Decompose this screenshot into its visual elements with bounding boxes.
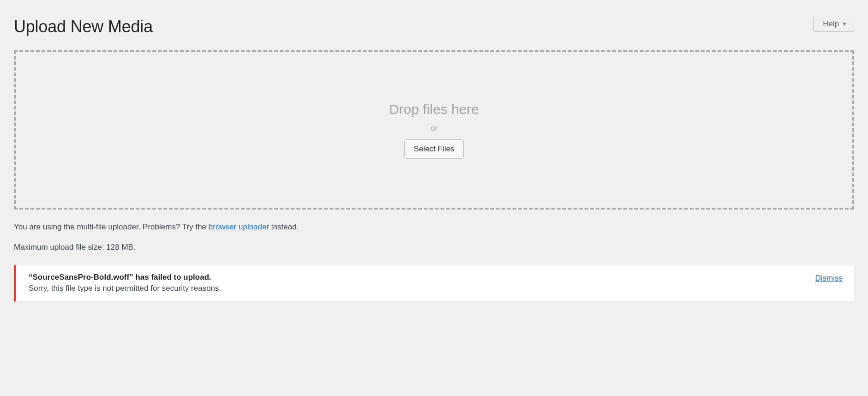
- uploader-info-prefix: You are using the multi-file uploader. P…: [14, 222, 209, 231]
- file-drop-zone[interactable]: Drop files here or Select Files: [14, 50, 854, 210]
- select-files-button[interactable]: Select Files: [404, 139, 464, 159]
- dropzone-heading: Drop files here: [389, 102, 479, 117]
- dropzone-or: or: [431, 124, 437, 133]
- screen-meta-links: Help ▼: [813, 17, 854, 32]
- upload-error-notice: “SourceSansPro-Bold.woff” has failed to …: [14, 265, 854, 302]
- uploader-info-suffix: instead.: [269, 222, 299, 231]
- dismiss-error-link[interactable]: Dismiss: [815, 274, 843, 283]
- browser-uploader-link[interactable]: browser uploader: [209, 222, 269, 231]
- uploader-info: You are using the multi-file uploader. P…: [14, 222, 854, 232]
- max-upload-size: Maximum upload file size: 128 MB.: [14, 243, 854, 252]
- error-title: “SourceSansPro-Bold.woff” has failed to …: [29, 273, 221, 282]
- help-tab-toggle[interactable]: Help ▼: [813, 17, 854, 32]
- error-message: “SourceSansPro-Bold.woff” has failed to …: [29, 273, 221, 293]
- error-body: Sorry, this file type is not permitted f…: [29, 284, 221, 293]
- page-title: Upload New Media: [14, 17, 854, 36]
- chevron-down-icon: ▼: [842, 21, 847, 27]
- help-label: Help: [823, 19, 839, 29]
